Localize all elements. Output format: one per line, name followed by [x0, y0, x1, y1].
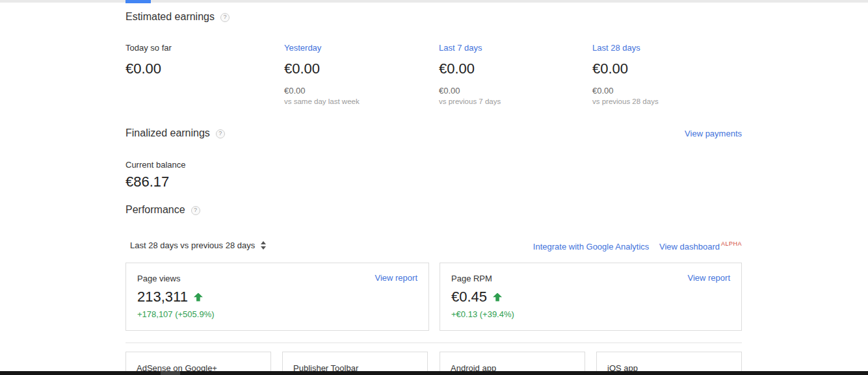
- performance-title-text: Performance: [125, 204, 185, 215]
- trend-up-icon: [493, 293, 502, 302]
- current-balance-value: €86.17: [125, 174, 169, 190]
- stat-last7: Last 7 days €0.00 €0.00 vs previous 7 da…: [439, 43, 588, 105]
- stat-last7-compare-value: €0.00: [439, 86, 588, 96]
- stat-yesterday-compare-label: vs same day last week: [284, 97, 434, 105]
- stat-last28-value: €0.00: [592, 60, 742, 77]
- stat-yesterday-link[interactable]: Yesterday: [284, 43, 434, 53]
- stat-yesterday: Yesterday €0.00 €0.00 vs same day last w…: [284, 43, 434, 105]
- current-balance-label: Current balance: [125, 160, 186, 170]
- alpha-badge: ALPHA: [721, 240, 742, 247]
- page-rpm-value-text: €0.45: [451, 289, 487, 305]
- active-tab-indicator: [125, 0, 151, 3]
- stat-last28-compare-value: €0.00: [592, 86, 742, 96]
- performance-title: Performance?: [125, 204, 200, 216]
- estimated-earnings-title-text: Estimated earnings: [125, 11, 215, 22]
- stat-last7-link[interactable]: Last 7 days: [439, 43, 588, 53]
- stat-today-label: Today so far: [125, 43, 275, 53]
- page-rpm-delta: +€0.13 (+39.4%): [451, 309, 514, 319]
- page-views-view-report-link[interactable]: View report: [375, 273, 417, 283]
- page-rpm-view-report-link[interactable]: View report: [687, 273, 730, 283]
- section-divider: [125, 343, 742, 343]
- view-payments-link[interactable]: View payments: [685, 129, 742, 138]
- page-views-card: Page views View report 213,311 +178,107 …: [125, 263, 429, 331]
- finalized-earnings-title-text: Finalized earnings: [125, 127, 210, 138]
- trend-up-icon: [194, 293, 203, 302]
- integrate-analytics-link[interactable]: Integrate with Google Analytics: [533, 242, 650, 252]
- page-views-label: Page views: [137, 274, 180, 283]
- stat-last28-compare-label: vs previous 28 days: [592, 97, 742, 105]
- stat-last7-compare-label: vs previous 7 days: [439, 97, 588, 105]
- taskbar-edge: [0, 371, 868, 375]
- page-rpm-card: Page RPM View report €0.45 +€0.13 (+39.4…: [440, 263, 742, 331]
- stat-yesterday-value: €0.00: [284, 60, 434, 77]
- stat-last28: Last 28 days €0.00 €0.00 vs previous 28 …: [592, 43, 742, 105]
- date-range-selector-label: Last 28 days vs previous 28 days: [130, 240, 255, 250]
- page-views-delta: +178,107 (+505.9%): [137, 309, 215, 319]
- estimated-earnings-title: Estimated earnings?: [125, 11, 230, 23]
- taskbar-edge-segment: [161, 371, 180, 375]
- page-rpm-label: Page RPM: [451, 274, 492, 283]
- page-rpm-value: €0.45: [451, 289, 502, 305]
- sort-arrows-icon: [261, 241, 266, 250]
- help-icon[interactable]: ?: [216, 129, 225, 138]
- stat-today-value: €0.00: [125, 60, 275, 77]
- stat-last7-value: €0.00: [439, 60, 588, 77]
- view-dashboard-link[interactable]: View dashboard: [659, 242, 720, 252]
- page-views-value-text: 213,311: [137, 289, 188, 305]
- performance-links: Integrate with Google Analytics View das…: [525, 240, 742, 252]
- date-range-selector[interactable]: Last 28 days vs previous 28 days: [130, 240, 266, 250]
- stat-last28-link[interactable]: Last 28 days: [592, 43, 742, 53]
- page-views-value: 213,311: [137, 289, 203, 305]
- help-icon[interactable]: ?: [220, 13, 230, 22]
- stat-today: Today so far €0.00: [125, 43, 275, 86]
- stat-yesterday-compare-value: €0.00: [284, 86, 434, 96]
- help-icon[interactable]: ?: [191, 206, 200, 215]
- finalized-earnings-title: Finalized earnings?: [125, 127, 225, 139]
